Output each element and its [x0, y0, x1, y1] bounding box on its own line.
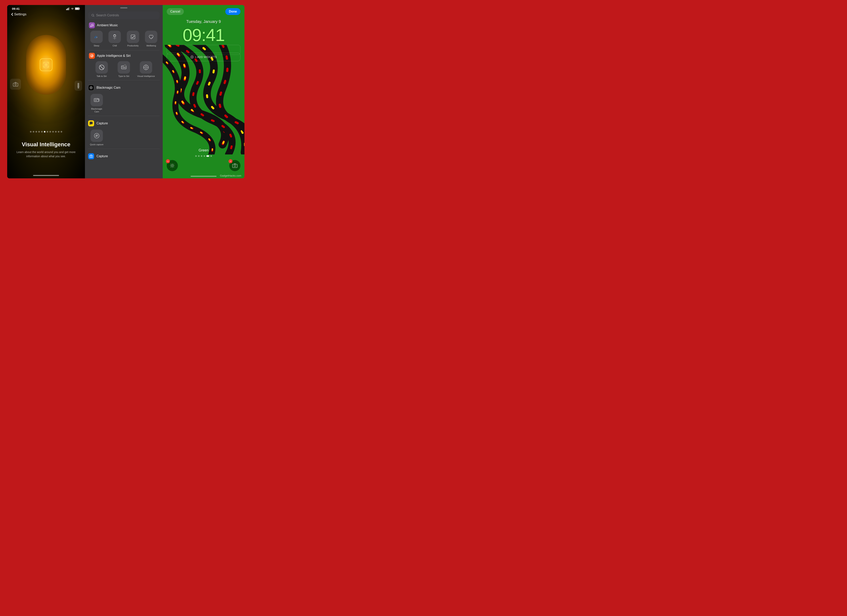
cancel-button[interactable]: Cancel: [167, 8, 184, 15]
search-bar[interactable]: Search Controls: [88, 12, 159, 19]
siri-section-icon: [89, 53, 95, 59]
remove-right-widget-button[interactable]: −: [229, 159, 233, 163]
add-widgets-button[interactable]: + ADD WIDGETS: [167, 53, 241, 61]
section-header-ambient: Ambient Music: [88, 22, 159, 28]
productivity-music-icon: ♪: [130, 34, 136, 40]
svg-rect-12: [66, 9, 67, 10]
dot-10: [55, 131, 57, 133]
dot-6-active: [44, 131, 46, 133]
torch-icon: [77, 83, 80, 88]
phone2-screen: Search Controls Ambient Music: [85, 5, 163, 178]
capture-label: Capture: [96, 122, 108, 125]
status-bar: 09:41: [7, 5, 85, 10]
svg-rect-1: [43, 62, 44, 64]
remove-left-widget-button[interactable]: −: [166, 159, 170, 163]
camera-blue-icon: [89, 155, 93, 158]
back-navigation[interactable]: Settings: [7, 10, 85, 18]
swirl-wallpaper: [163, 45, 245, 155]
capture2-label: Capture: [96, 155, 108, 158]
dot-3: [35, 131, 37, 133]
dot-8: [49, 131, 51, 133]
music-note-icon: [90, 24, 94, 27]
productivity-label: Productivity: [127, 44, 139, 47]
grid-item-chill[interactable]: ♫ Chill: [106, 31, 123, 47]
watermark: GadgetHacks.com: [220, 174, 241, 177]
talk-siri-label: Talk to Siri: [96, 75, 107, 78]
capture-icon: [88, 120, 94, 126]
svg-point-20: [92, 25, 93, 27]
sleep-icon-button: 💤 ♪: [90, 31, 103, 43]
svg-line-30: [100, 66, 103, 69]
swirl-icon: [90, 54, 94, 57]
divider-4: [88, 149, 159, 149]
done-button[interactable]: Done: [225, 8, 241, 15]
chill-icon-button: ♫: [108, 31, 121, 43]
svg-rect-37: [123, 68, 125, 68]
visual-intelligence-label: Visual Intelligence: [137, 75, 155, 78]
search-icon: [91, 14, 94, 17]
grid-item-talk-siri[interactable]: Talk to Siri: [91, 61, 112, 78]
siri-grid: Talk to Siri: [91, 61, 156, 78]
svg-point-46: [95, 99, 97, 101]
svg-text:♪: ♪: [133, 35, 134, 37]
grid-item-sleep[interactable]: 💤 ♪ Sleep: [88, 31, 105, 47]
svg-point-57: [234, 165, 236, 167]
productivity-icon-button: ♪: [127, 31, 139, 43]
chat-icon: [89, 122, 93, 125]
svg-rect-5: [43, 66, 44, 68]
list-item-capture[interactable]: Capture: [85, 118, 163, 128]
home-indicator: [33, 175, 59, 176]
wallpaper-label: Green: [163, 148, 245, 152]
svg-point-10: [15, 84, 16, 85]
blackmagic-cam-sub[interactable]: Blackmagic Cam: [85, 93, 163, 114]
add-widgets-label: + ADD WIDGETS: [195, 55, 217, 59]
back-chevron-icon: [11, 13, 13, 16]
grid-item-type-siri[interactable]: Type to Siri: [114, 61, 134, 78]
list-item-blackmagic[interactable]: Blackmagic Cam: [85, 83, 163, 93]
wallpaper-dot-4: [204, 155, 205, 157]
feature-subtitle: Learn about the world around you and get…: [13, 150, 79, 158]
svg-rect-9: [13, 83, 18, 86]
grid-item-productivity[interactable]: ♪ Productivity: [125, 31, 142, 47]
dot-11: [58, 131, 59, 133]
scan-icon: [43, 61, 50, 68]
time-display: 09:41: [12, 7, 19, 10]
signal-icon: [66, 7, 70, 10]
camera-grid-icon: [94, 97, 100, 103]
blackmagic-cam-icon: [88, 85, 94, 91]
svg-rect-33: [123, 66, 124, 67]
svg-text:♪: ♪: [96, 36, 97, 39]
dot-5: [41, 131, 43, 133]
talk-siri-icon-button: [96, 61, 108, 74]
keyboard-icon: [121, 64, 127, 71]
wallpaper-dot-6: [210, 155, 212, 157]
phone3-screen: Cancel Done Tuesday, January 9 09:41 + A…: [163, 5, 245, 178]
svg-point-44: [91, 87, 91, 88]
right-widget-container: −: [229, 160, 241, 171]
glow-orb: [26, 35, 66, 95]
grid-item-visual-intelligence[interactable]: Visual Intelligence: [136, 61, 156, 78]
left-widget-container: −: [167, 160, 178, 171]
quick-capture-label: Quick capture: [90, 143, 103, 146]
svg-rect-11: [78, 83, 79, 86]
svg-rect-56: [233, 164, 237, 168]
svg-rect-50: [90, 155, 93, 158]
ambient-music-icon: [89, 22, 95, 28]
blackmagic-cam-grid-item: Blackmagic Cam: [90, 94, 104, 113]
visual-int-icon: [143, 64, 149, 71]
drag-handle[interactable]: [120, 7, 127, 8]
wellbeing-icon-button: ♪: [145, 31, 157, 43]
camera-shortcut-icon[interactable]: [10, 79, 21, 90]
back-label: Settings: [14, 12, 26, 16]
type-siri-icon-button: [118, 61, 130, 74]
grid-item-wellbeing[interactable]: ♪ Wellbeing: [143, 31, 160, 47]
flashlight-icon[interactable]: [75, 81, 82, 91]
quick-capture-icon: [90, 130, 103, 142]
svg-point-19: [90, 26, 91, 27]
quick-capture-sub[interactable]: Quick capture: [85, 128, 163, 147]
dot-4: [38, 131, 40, 133]
camera-widget-icon: [232, 163, 238, 168]
svg-text:♫: ♫: [114, 37, 115, 40]
list-item-capture2[interactable]: Capture: [85, 151, 163, 161]
bottom-widget-row: − −: [167, 160, 241, 171]
